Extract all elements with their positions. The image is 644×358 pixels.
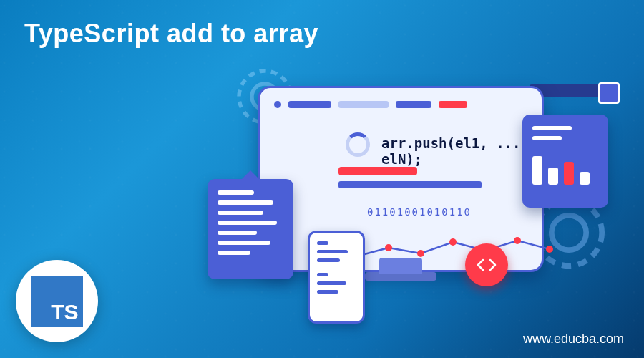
svg-point-7 bbox=[449, 238, 457, 246]
code-badge-icon bbox=[465, 243, 508, 286]
bar-decor bbox=[396, 101, 431, 108]
document-card bbox=[208, 179, 293, 279]
page-title: TypeScript add to array bbox=[24, 19, 318, 49]
svg-point-6 bbox=[417, 250, 424, 257]
binary-text: 01101001010110 bbox=[367, 206, 472, 218]
panel-card bbox=[522, 115, 608, 208]
bar-decor bbox=[288, 101, 331, 108]
bar-decor bbox=[338, 181, 482, 188]
hero-illustration: arr.push(el1, ..., elN); 01101001010110 bbox=[193, 64, 623, 337]
monitor-window: arr.push(el1, ..., elN); 01101001010110 bbox=[258, 86, 544, 272]
bar-decor bbox=[564, 162, 574, 185]
typescript-logo bbox=[16, 260, 98, 342]
bar-decor bbox=[532, 156, 542, 185]
footer-url: www.educba.com bbox=[523, 332, 624, 347]
bar-decor bbox=[548, 168, 558, 185]
spinner-icon bbox=[346, 132, 370, 157]
svg-point-10 bbox=[546, 246, 553, 253]
window-dot-icon bbox=[274, 101, 281, 108]
bar-decor bbox=[439, 101, 467, 108]
svg-point-5 bbox=[385, 244, 392, 251]
window-topbar bbox=[274, 98, 527, 111]
bar-decor bbox=[338, 167, 417, 175]
monitor-stand bbox=[365, 272, 436, 281]
bar-decor bbox=[338, 101, 389, 108]
phone-card bbox=[308, 231, 365, 324]
bar-decor bbox=[580, 172, 590, 185]
code-snippet: arr.push(el1, ..., elN); bbox=[381, 135, 542, 167]
ts-logo-square bbox=[31, 276, 83, 327]
svg-point-9 bbox=[514, 237, 521, 244]
